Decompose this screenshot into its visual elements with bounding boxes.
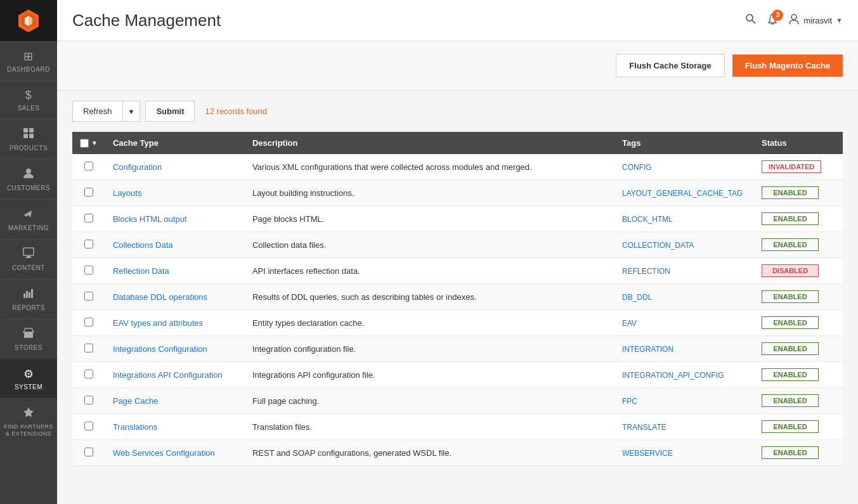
tag-value: BLOCK_HTML <box>622 215 673 224</box>
sidebar-item-marketing[interactable]: MARKETING <box>0 199 57 239</box>
row-description: Layout building instructions. <box>245 180 614 206</box>
cache-type-link[interactable]: Integrations API Configuration <box>113 370 223 380</box>
topbar-right: 3 mirasvit ▼ <box>745 13 843 28</box>
user-menu[interactable]: mirasvit ▼ <box>788 13 843 28</box>
cache-type-link[interactable]: Collections Data <box>113 240 173 250</box>
svg-rect-11 <box>25 257 32 258</box>
row-description: Entity types declaration cache. <box>245 310 614 336</box>
search-button[interactable] <box>745 13 757 28</box>
select-all-checkbox[interactable] <box>80 139 89 148</box>
row-checkbox[interactable] <box>84 318 93 326</box>
cache-type-link[interactable]: Translations <box>113 422 157 432</box>
refresh-dropdown-button[interactable]: ▼ <box>122 101 141 122</box>
row-checkbox-cell <box>72 284 105 310</box>
cache-type-link[interactable]: Integrations Configuration <box>113 344 207 354</box>
row-tags: WEBSERVICE <box>614 440 754 466</box>
cache-type-link[interactable]: Layouts <box>113 188 142 198</box>
cache-type-link[interactable]: Web Services Configuration <box>113 448 215 458</box>
cache-type-link[interactable]: Reflection Data <box>113 266 169 276</box>
svg-rect-4 <box>23 128 28 132</box>
svg-rect-10 <box>27 256 30 257</box>
row-checkbox[interactable] <box>84 370 93 378</box>
flush-magento-cache-button[interactable]: Flush Magento Cache <box>732 55 843 77</box>
row-tags: CONFIG <box>614 154 754 180</box>
sidebar-item-reports[interactable]: REPORTS <box>0 279 57 319</box>
row-checkbox-cell <box>72 206 105 232</box>
header-dropdown-icon[interactable]: ▼ <box>91 139 98 146</box>
cache-type-link[interactable]: Page Cache <box>113 396 159 406</box>
row-cache-type: EAV types and attributes <box>105 310 245 336</box>
status-badge: ENABLED <box>762 342 819 355</box>
main-content: Cache Management 3 mirasvit ▼ Flush Cach… <box>57 0 858 504</box>
row-checkbox[interactable] <box>84 396 93 404</box>
page-title: Cache Management <box>72 11 221 30</box>
row-cache-type: Configuration <box>105 154 245 180</box>
row-status: ENABLED <box>754 180 843 206</box>
sidebar-item-system[interactable]: ⚙ SYSTEM <box>0 359 57 398</box>
flush-cache-storage-button[interactable]: Flush Cache Storage <box>616 54 724 77</box>
sidebar-item-content[interactable]: CONTENT <box>0 239 57 279</box>
row-status: ENABLED <box>754 440 843 466</box>
sidebar-item-dashboard[interactable]: ⊞ DASHBOARD <box>0 41 57 81</box>
svg-point-20 <box>791 15 796 20</box>
content-icon <box>23 247 34 262</box>
row-checkbox[interactable] <box>84 292 93 300</box>
row-tags: FPC <box>614 388 754 414</box>
sidebar-item-label: FIND PARTNERS & EXTENSIONS <box>3 423 54 437</box>
sidebar-item-customers[interactable]: CUSTOMERS <box>0 159 57 199</box>
sidebar-item-label: PRODUCTS <box>10 145 48 152</box>
table-row: EAV types and attributes Entity types de… <box>72 310 843 336</box>
row-checkbox[interactable] <box>84 162 93 171</box>
row-checkbox[interactable] <box>84 448 93 456</box>
status-badge: ENABLED <box>762 316 819 329</box>
svg-point-8 <box>26 169 31 174</box>
refresh-button[interactable]: Refresh <box>72 101 122 122</box>
tag-value: INTEGRATION_API_CONFIG <box>622 371 724 380</box>
row-checkbox[interactable] <box>84 266 93 275</box>
sidebar-item-label: CUSTOMERS <box>7 184 50 191</box>
row-checkbox-cell <box>72 336 105 362</box>
sidebar-item-sales[interactable]: $ SALES <box>0 81 57 119</box>
row-tags: TRANSLATE <box>614 414 754 440</box>
status-badge: DISABLED <box>762 264 819 277</box>
status-badge: INVALIDATED <box>762 160 821 173</box>
svg-rect-12 <box>23 294 25 298</box>
cache-type-link[interactable]: EAV types and attributes <box>113 318 203 328</box>
svg-line-19 <box>752 20 755 23</box>
cache-type-link[interactable]: Configuration <box>113 162 162 172</box>
row-description: REST and SOAP configurations, generated … <box>245 440 614 466</box>
row-checkbox-cell <box>72 388 105 414</box>
tag-value: EAV <box>622 319 637 328</box>
row-description: Collection data files. <box>245 232 614 258</box>
sidebar-item-stores[interactable]: STORES <box>0 319 57 359</box>
status-badge: ENABLED <box>762 212 819 225</box>
tag-value: COLLECTION_DATA <box>622 241 694 250</box>
table-row: Page Cache Full page caching. FPC ENABLE… <box>72 388 843 414</box>
chevron-down-icon: ▼ <box>128 108 135 115</box>
row-checkbox-cell <box>72 414 105 440</box>
svg-rect-7 <box>29 134 34 138</box>
status-badge: ENABLED <box>762 238 819 251</box>
row-checkbox-cell <box>72 362 105 388</box>
cache-type-link[interactable]: Database DDL operations <box>113 292 207 302</box>
row-checkbox[interactable] <box>84 188 93 197</box>
cache-table-container: ▼ Cache Type Description Tags Status Con… <box>57 132 858 481</box>
refresh-button-group: Refresh ▼ <box>72 101 140 122</box>
row-status: ENABLED <box>754 414 843 440</box>
sidebar-item-find-partners[interactable]: FIND PARTNERS & EXTENSIONS <box>0 398 57 445</box>
col-header-cache-type: Cache Type <box>105 132 245 154</box>
status-badge: ENABLED <box>762 290 819 303</box>
submit-button[interactable]: Submit <box>145 101 195 122</box>
row-status: ENABLED <box>754 310 843 336</box>
topbar: Cache Management 3 mirasvit ▼ <box>57 0 858 41</box>
row-checkbox-cell <box>72 180 105 206</box>
row-checkbox[interactable] <box>84 214 93 223</box>
row-checkbox[interactable] <box>84 240 93 249</box>
cache-type-link[interactable]: Blocks HTML output <box>113 214 187 224</box>
notifications-button[interactable]: 3 <box>767 13 778 28</box>
row-status: ENABLED <box>754 232 843 258</box>
row-checkbox[interactable] <box>84 344 93 352</box>
table-row: Collections Data Collection data files. … <box>72 232 843 258</box>
row-checkbox[interactable] <box>84 422 93 430</box>
sidebar-item-products[interactable]: PRODUCTS <box>0 119 57 159</box>
